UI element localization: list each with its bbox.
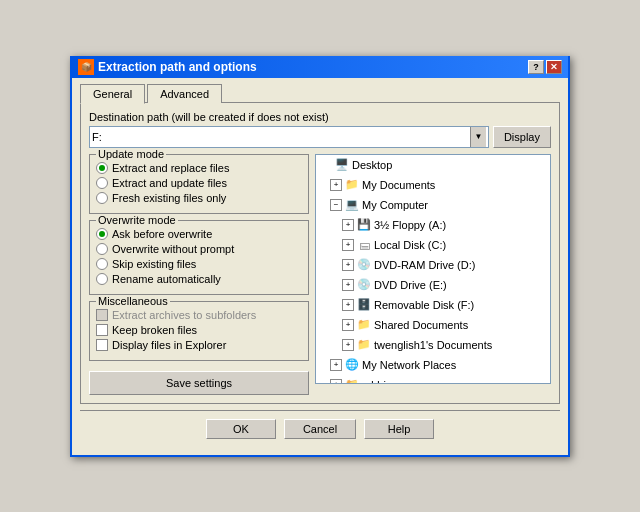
tree-row-localdisk[interactable]: + 🖴 Local Disk (C:) (340, 236, 550, 254)
tab-content-general: Destination path (will be created if doe… (80, 102, 560, 404)
tree-item-twenglish: + 📁 twenglish1's Documents (316, 335, 550, 355)
left-panel: Update mode Extract and replace files Ex… (89, 154, 309, 395)
tree-row-desktop[interactable]: 🖥️ Desktop (316, 156, 550, 174)
combo-arrow[interactable]: ▼ (470, 127, 486, 147)
tree-row-shareddocs[interactable]: + 📁 Shared Documents (340, 316, 550, 334)
tree-row-dvdram[interactable]: + 💿 DVD-RAM Drive (D:) (340, 256, 550, 274)
checkbox-display-explorer-box[interactable] (96, 339, 108, 351)
checkbox-keep-broken-box[interactable] (96, 324, 108, 336)
expand-mydocs[interactable]: + (330, 179, 342, 191)
path-combo[interactable]: F: ▼ (89, 126, 489, 148)
expand-shareddocs[interactable]: + (342, 319, 354, 331)
checkbox-display-explorer-label: Display files in Explorer (112, 339, 226, 351)
miscellaneous-label: Miscellaneous (96, 295, 170, 307)
bottom-bar: OK Cancel Help (80, 410, 560, 447)
dialog-body: General Advanced Destination path (will … (72, 78, 568, 455)
tab-general[interactable]: General (80, 84, 145, 104)
tree-label-floppy: 3½ Floppy (A:) (374, 219, 446, 231)
radio-overwrite-without-label: Overwrite without prompt (112, 243, 234, 255)
display-button[interactable]: Display (493, 126, 551, 148)
cancel-button[interactable]: Cancel (284, 419, 356, 439)
expand-dvddrive[interactable]: + (342, 279, 354, 291)
expand-floppy[interactable]: + (342, 219, 354, 231)
tree-item-dvddrive: + 💿 DVD Drive (E:) (316, 275, 550, 295)
radio-ask-overwrite[interactable]: Ask before overwrite (96, 228, 302, 240)
tree-row-cddrive[interactable]: + 📁 cddrive (328, 376, 550, 384)
tree-row-twenglish[interactable]: + 📁 twenglish1's Documents (340, 336, 550, 354)
radio-fresh-existing-circle[interactable] (96, 192, 108, 204)
radio-extract-replace[interactable]: Extract and replace files (96, 162, 302, 174)
radio-overwrite-without-circle[interactable] (96, 243, 108, 255)
radio-extract-update-circle[interactable] (96, 177, 108, 189)
folder-tree: 🖥️ Desktop + 📁 My Documents (315, 154, 551, 384)
radio-overwrite-without[interactable]: Overwrite without prompt (96, 243, 302, 255)
tree-row-floppy[interactable]: + 💾 3½ Floppy (A:) (340, 216, 550, 234)
tree-item-desktop: 🖥️ Desktop (316, 155, 550, 175)
tab-bar: General Advanced (80, 84, 560, 103)
dialog-title: Extraction path and options (98, 60, 257, 74)
radio-ask-overwrite-circle[interactable] (96, 228, 108, 240)
radio-fresh-existing-label: Fresh existing files only (112, 192, 226, 204)
checkbox-keep-broken-label: Keep broken files (112, 324, 197, 336)
tree-item-removable: + 🗄️ Removable Disk (F:) (316, 295, 550, 315)
tree-item-localdisk: + 🖴 Local Disk (C:) (316, 235, 550, 255)
tree-label-network: My Network Places (362, 359, 456, 371)
radio-fresh-existing[interactable]: Fresh existing files only (96, 192, 302, 204)
folder-icon-shareddocs: 📁 (356, 317, 372, 333)
cdrom-icon-e: 💿 (356, 277, 372, 293)
radio-extract-update[interactable]: Extract and update files (96, 177, 302, 189)
tab-advanced[interactable]: Advanced (147, 84, 222, 103)
tree-label-localdisk: Local Disk (C:) (374, 239, 446, 251)
checkbox-display-explorer[interactable]: Display files in Explorer (96, 339, 302, 351)
tree-label-dvddrive: DVD Drive (E:) (374, 279, 447, 291)
radio-skip-existing-circle[interactable] (96, 258, 108, 270)
tree-row-mycomputer[interactable]: − 💻 My Computer (328, 196, 550, 214)
tree-row-network[interactable]: + 🌐 My Network Places (328, 356, 550, 374)
tree-item-shareddocs: + 📁 Shared Documents (316, 315, 550, 335)
radio-extract-replace-label: Extract and replace files (112, 162, 229, 174)
tree-item-network: + 🌐 My Network Places (316, 355, 550, 375)
expand-removable[interactable]: + (342, 299, 354, 311)
tree-label-mycomputer: My Computer (362, 199, 428, 211)
radio-extract-replace-circle[interactable] (96, 162, 108, 174)
tree-item-floppy: + 💾 3½ Floppy (A:) (316, 215, 550, 235)
tree-label-desktop: Desktop (352, 159, 392, 171)
radio-rename-auto-circle[interactable] (96, 273, 108, 285)
tree-row-removable[interactable]: + 🗄️ Removable Disk (F:) (340, 296, 550, 314)
checkbox-keep-broken[interactable]: Keep broken files (96, 324, 302, 336)
overwrite-mode-group: Overwrite mode Ask before overwrite Over… (89, 220, 309, 295)
ok-button[interactable]: OK (206, 419, 276, 439)
tree-row-mydocs[interactable]: + 📁 My Documents (328, 176, 550, 194)
miscellaneous-group: Miscellaneous Extract archives to subfol… (89, 301, 309, 361)
title-bar-left: 📦 Extraction path and options (78, 59, 257, 75)
folder-icon-twenglish: 📁 (356, 337, 372, 353)
app-icon: 📦 (78, 59, 94, 75)
tree-label-mydocs: My Documents (362, 179, 435, 191)
radio-skip-existing[interactable]: Skip existing files (96, 258, 302, 270)
network-icon: 🌐 (344, 357, 360, 373)
main-area: Update mode Extract and replace files Ex… (89, 154, 551, 395)
expand-localdisk[interactable]: + (342, 239, 354, 251)
radio-extract-update-label: Extract and update files (112, 177, 227, 189)
save-settings-button[interactable]: Save settings (89, 371, 309, 395)
cdrom-icon-d: 💿 (356, 257, 372, 273)
checkbox-extract-subfolders[interactable]: Extract archives to subfolders (96, 309, 302, 321)
checkbox-extract-subfolders-box[interactable] (96, 309, 108, 321)
tree-label-dvdram: DVD-RAM Drive (D:) (374, 259, 475, 271)
expand-dvdram[interactable]: + (342, 259, 354, 271)
title-bar-buttons: ? ✕ (528, 60, 562, 74)
radio-rename-auto[interactable]: Rename automatically (96, 273, 302, 285)
expand-network[interactable]: + (330, 359, 342, 371)
update-mode-label: Update mode (96, 148, 166, 160)
expand-cddrive[interactable]: + (330, 379, 342, 384)
close-button[interactable]: ✕ (546, 60, 562, 74)
folder-icon-mydocs: 📁 (344, 177, 360, 193)
tree-label-twenglish: twenglish1's Documents (374, 339, 492, 351)
help-titlebar-button[interactable]: ? (528, 60, 544, 74)
title-bar: 📦 Extraction path and options ? ✕ (72, 56, 568, 78)
expand-mycomputer[interactable]: − (330, 199, 342, 211)
help-button[interactable]: Help (364, 419, 434, 439)
expand-twenglish[interactable]: + (342, 339, 354, 351)
checkbox-extract-subfolders-label: Extract archives to subfolders (112, 309, 256, 321)
tree-row-dvddrive[interactable]: + 💿 DVD Drive (E:) (340, 276, 550, 294)
